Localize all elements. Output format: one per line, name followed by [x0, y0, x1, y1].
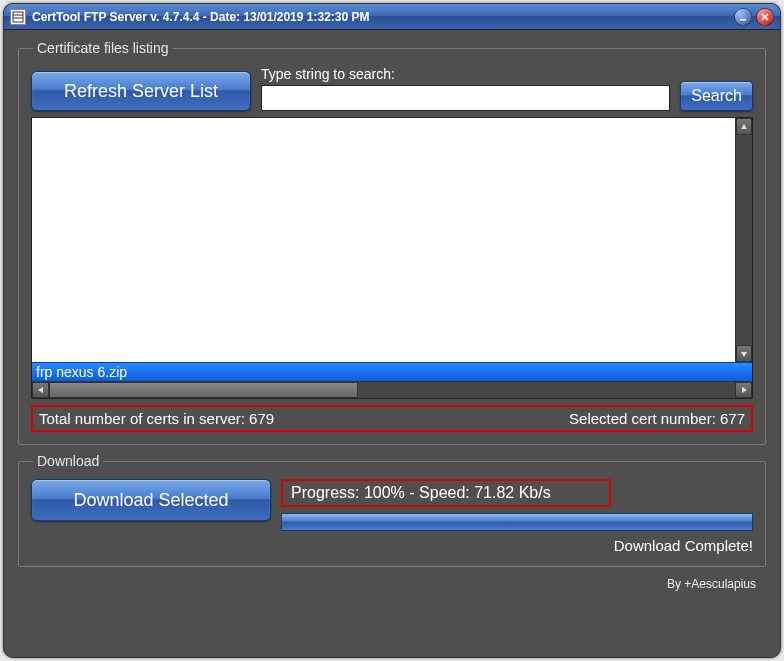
search-label: Type string to search:	[261, 66, 670, 82]
total-certs-label: Total number of certs in server: 679	[39, 410, 274, 427]
progress-bar	[281, 513, 753, 531]
svg-rect-0	[13, 12, 23, 22]
scroll-down-button[interactable]	[736, 345, 752, 362]
footer-credit: By +Aesculapius	[18, 575, 766, 591]
close-button[interactable]	[756, 8, 774, 26]
window-title: CertTool FTP Server v. 4.7.4.4 - Date: 1…	[32, 10, 734, 24]
listing-group: Certificate files listing Refresh Server…	[18, 40, 766, 445]
vertical-scrollbar[interactable]	[735, 118, 752, 362]
minimize-button[interactable]	[734, 8, 752, 26]
horizontal-scrollbar[interactable]	[32, 381, 752, 398]
scroll-up-button[interactable]	[736, 118, 752, 135]
file-listbox[interactable]: frp nexus 6.zip	[31, 117, 753, 399]
app-icon	[10, 9, 26, 25]
svg-rect-3	[740, 19, 746, 21]
window-controls	[734, 8, 774, 26]
list-content-area[interactable]	[32, 118, 735, 362]
download-group: Download Download Selected Progress: 100…	[18, 453, 766, 567]
selected-cert-label: Selected cert number: 677	[569, 410, 745, 427]
selected-file-row[interactable]: frp nexus 6.zip	[32, 362, 752, 381]
svg-marker-6	[741, 124, 747, 129]
scroll-right-button[interactable]	[735, 382, 752, 398]
svg-marker-7	[741, 352, 747, 357]
cert-stats-highlight: Total number of certs in server: 679 Sel…	[31, 405, 753, 432]
search-input[interactable]	[261, 85, 670, 111]
refresh-server-list-button[interactable]: Refresh Server List	[31, 71, 251, 111]
download-complete-label: Download Complete!	[281, 537, 753, 554]
listing-legend: Certificate files listing	[33, 40, 173, 56]
hscroll-thumb[interactable]	[49, 382, 358, 398]
download-legend: Download	[33, 453, 103, 469]
listing-top-row: Refresh Server List Type string to searc…	[31, 66, 753, 111]
search-column: Type string to search:	[261, 66, 670, 111]
svg-marker-9	[742, 387, 747, 393]
svg-marker-8	[38, 387, 43, 393]
download-selected-button[interactable]: Download Selected	[31, 479, 271, 521]
window-body: Certificate files listing Refresh Server…	[4, 30, 780, 657]
vscroll-track[interactable]	[736, 135, 752, 345]
titlebar[interactable]: CertTool FTP Server v. 4.7.4.4 - Date: 1…	[4, 4, 780, 30]
scroll-left-button[interactable]	[32, 382, 49, 398]
app-window: CertTool FTP Server v. 4.7.4.4 - Date: 1…	[3, 3, 781, 658]
progress-highlight: Progress: 100% - Speed: 71.82 Kb/s	[281, 479, 611, 507]
hscroll-track[interactable]	[49, 382, 735, 398]
search-button[interactable]: Search	[680, 81, 753, 111]
